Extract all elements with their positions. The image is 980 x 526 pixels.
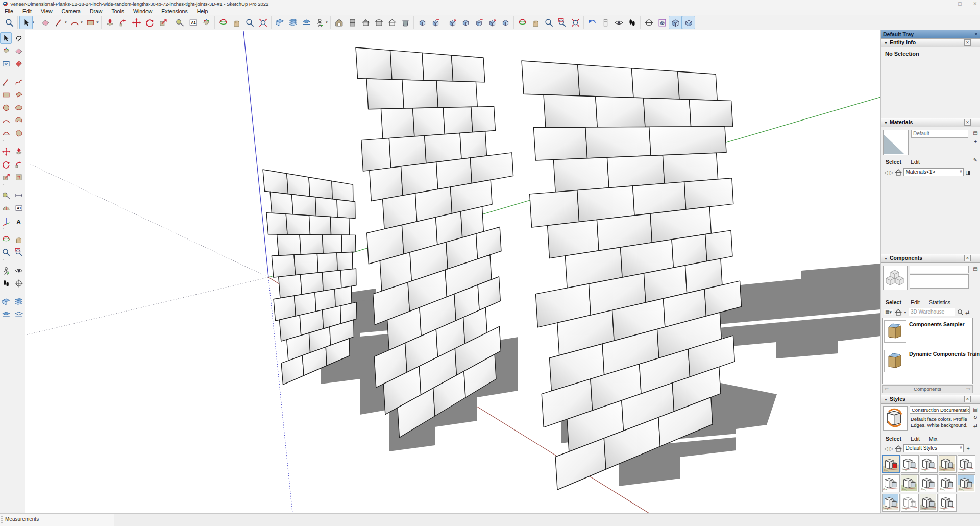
tab-select[interactable]: Select xyxy=(885,299,902,306)
view-options-icon[interactable]: ▦▾ xyxy=(884,309,893,315)
toolbar-advanced-camera-button[interactable] xyxy=(313,16,326,29)
search-icon[interactable] xyxy=(957,309,964,316)
toolbar-zoom-2-button[interactable] xyxy=(243,16,256,29)
forward-arrow-icon[interactable]: ▷ xyxy=(890,446,894,451)
sample-paint-icon[interactable]: ✎ xyxy=(972,157,979,163)
palette-position-camera-button[interactable] xyxy=(0,265,12,276)
palette-zoom-window-button[interactable] xyxy=(13,246,24,258)
update-style-icon[interactable]: ↻ xyxy=(972,414,979,421)
toolbar-share-component-button[interactable] xyxy=(372,16,385,29)
material-name-field[interactable]: Default xyxy=(911,130,968,138)
style-thumbnail-7[interactable] xyxy=(901,474,919,492)
forward-arrow-icon[interactable]: ▷ xyxy=(890,170,894,175)
palette-section-outline-button[interactable] xyxy=(13,308,24,320)
toolbar-model-bin-button[interactable] xyxy=(399,16,412,29)
drawing-area[interactable] xyxy=(25,30,880,513)
palette-freehand-button[interactable] xyxy=(13,76,24,88)
tray-close-icon[interactable]: ✕ xyxy=(974,30,978,38)
style-thumbnail-8[interactable] xyxy=(920,474,938,492)
toolbar-line-button[interactable] xyxy=(52,16,65,29)
toolbar-dynamic-component-3-button[interactable] xyxy=(472,16,485,29)
toolbar-scale-button[interactable] xyxy=(156,16,169,29)
style-name-field[interactable]: Construction Documentation Sty xyxy=(910,406,970,414)
palette-axes-button[interactable] xyxy=(0,215,12,227)
chevron-down-icon[interactable]: ▼ xyxy=(903,310,907,314)
toolbar-push-pull-button[interactable] xyxy=(103,16,116,29)
home-icon[interactable] xyxy=(895,309,902,316)
toolbar-move-button[interactable] xyxy=(130,16,143,29)
style-thumbnail-3[interactable] xyxy=(920,455,938,473)
right-wall-group[interactable] xyxy=(522,61,742,490)
menu-window[interactable]: Window xyxy=(129,7,157,15)
toolbar-previous-view-button[interactable] xyxy=(585,16,599,29)
palette-line-button[interactable] xyxy=(0,76,12,88)
tab-select[interactable]: Select xyxy=(885,158,902,165)
toolbar-zoom-button[interactable] xyxy=(3,16,16,29)
components-header[interactable]: ▼Components ✕ xyxy=(881,254,980,263)
menu-extensions[interactable]: Extensions xyxy=(157,7,192,15)
folder-icon[interactable] xyxy=(884,350,906,372)
toolbar-view-frame-button[interactable] xyxy=(655,16,669,29)
toolbar-pan-button[interactable] xyxy=(230,16,243,29)
style-thumbnail-4[interactable] xyxy=(939,455,957,473)
palette-dimension-button[interactable] xyxy=(13,189,24,201)
palette-walk-button[interactable] xyxy=(0,277,12,289)
toolbar-pan-2-button[interactable] xyxy=(529,16,542,29)
toolbar-follow-me-button[interactable] xyxy=(116,16,130,29)
toolbar-dynamic-component-5-button[interactable] xyxy=(499,16,512,29)
palette-protractor-button[interactable] xyxy=(0,202,12,214)
left-wall-group[interactable] xyxy=(263,170,357,385)
toolbar-zoom-3-button[interactable] xyxy=(542,16,555,29)
palette-look-around-button[interactable] xyxy=(13,265,24,276)
palette-tag-button[interactable] xyxy=(13,58,24,69)
palette-select-button[interactable] xyxy=(0,32,12,44)
style-thumbnail-10[interactable] xyxy=(958,474,975,492)
component-description-field[interactable] xyxy=(910,274,969,289)
tab-edit[interactable]: Edit xyxy=(910,435,921,442)
entity-info-close-icon[interactable]: ✕ xyxy=(964,39,971,46)
palette-rotated-rectangle-button[interactable] xyxy=(13,89,24,101)
back-arrow-icon[interactable]: ◁ xyxy=(884,446,888,451)
page-right-icon[interactable]: ⇨ xyxy=(966,386,970,392)
menu-tools[interactable]: Tools xyxy=(107,7,129,15)
middle-wall-group[interactable] xyxy=(356,47,513,438)
maximize-button[interactable]: ▢ xyxy=(958,0,962,7)
palette-rectangle-button[interactable] xyxy=(0,89,12,101)
page-left-icon[interactable]: ⇦ xyxy=(885,386,889,392)
toolbar-rotate-button[interactable] xyxy=(143,16,156,29)
style-thumbnail-5[interactable] xyxy=(958,455,975,473)
toolbar-position-camera-button[interactable] xyxy=(642,16,655,29)
palette-3d-text-button[interactable]: A xyxy=(13,215,24,227)
toolbar-paint-bucket-button[interactable] xyxy=(200,16,213,29)
palette-follow-me-button[interactable] xyxy=(13,158,24,170)
toolbar-orbit-2-button[interactable] xyxy=(516,16,529,29)
list-item[interactable]: Components Sampler xyxy=(909,321,965,327)
display-secondary-pane-icon[interactable]: ▤ xyxy=(972,406,979,413)
menu-file[interactable]: File xyxy=(0,7,18,15)
style-thumbnail-9[interactable] xyxy=(939,474,957,492)
create-material-icon[interactable]: ＋ xyxy=(972,138,979,145)
toolbar-download-model-button[interactable] xyxy=(385,16,399,29)
palette-section-plane-button[interactable] xyxy=(0,296,12,307)
palette-section-cuts-button[interactable] xyxy=(0,308,12,320)
create-style-icon[interactable]: ＋ xyxy=(965,445,970,452)
palette-push-pull-button[interactable] xyxy=(13,146,24,157)
palette-offset-button[interactable] xyxy=(13,171,24,183)
home-icon[interactable] xyxy=(895,445,902,452)
list-item[interactable]: Dynamic Components Training xyxy=(909,351,980,357)
palette-arc-button[interactable] xyxy=(0,114,12,126)
toolbar-3d-warehouse-button[interactable] xyxy=(332,16,346,29)
palette-ellipse-button[interactable] xyxy=(13,102,24,113)
swap-pane-icon[interactable]: ⇄ xyxy=(965,309,969,315)
styles-header[interactable]: ▼Styles ✕ xyxy=(881,395,980,404)
tab-edit[interactable]: Edit xyxy=(910,299,921,306)
style-thumbnail-1[interactable] xyxy=(882,455,900,473)
toolbar-text-button[interactable]: A1 xyxy=(186,16,200,29)
styles-close-icon[interactable]: ✕ xyxy=(964,396,971,402)
toolbar-match-photo-button[interactable] xyxy=(599,16,612,29)
toolbar-section-plane-button[interactable] xyxy=(273,16,286,29)
toolbar-look-around-button[interactable] xyxy=(612,16,625,29)
palette-text-button[interactable]: A1 xyxy=(13,202,24,214)
toolbar-section-display-button[interactable] xyxy=(286,16,300,29)
minimize-button[interactable]: — xyxy=(942,0,946,7)
